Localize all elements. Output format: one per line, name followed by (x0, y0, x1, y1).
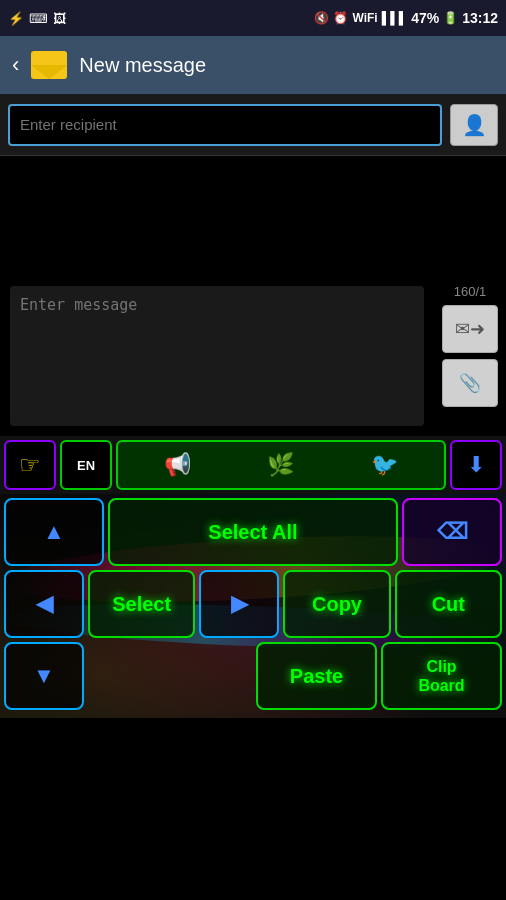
attach-button[interactable]: 📎 (442, 359, 498, 407)
keyboard-row-1: Select All (4, 498, 502, 566)
send-button[interactable]: ✉➜ (442, 305, 498, 353)
backspace-key[interactable] (402, 498, 502, 566)
mute-icon: 🔇 (314, 11, 329, 25)
copy-label: Copy (312, 593, 362, 616)
wifi-icon: WiFi (352, 11, 377, 25)
battery-icon: 🔋 (443, 11, 458, 25)
leaf-icon[interactable]: 🌿 (267, 452, 294, 478)
recipient-area: 👤 (0, 94, 506, 156)
arrow-left-icon (36, 591, 53, 617)
usb-icon: ⚡ (8, 11, 24, 26)
keyboard-row-2: Select Copy Cut (4, 570, 502, 638)
app-header: ‹ New message (0, 36, 506, 94)
message-input-wrap (0, 276, 434, 436)
status-right-info: 🔇 ⏰ WiFi ▌▌▌ 47% 🔋 13:12 (314, 10, 498, 26)
person-icon: 👤 (462, 113, 487, 137)
compose-right-panel: 160/1 ✉➜ 📎 (434, 276, 506, 436)
keyboard-icon: ⌨ (29, 11, 48, 26)
status-bar: ⚡ ⌨ 🖼 🔇 ⏰ WiFi ▌▌▌ 47% 🔋 13:12 (0, 0, 506, 36)
keyboard-row-3: Paste ClipBoard (4, 642, 502, 710)
keyboard-hide-button[interactable]: ⬇ (450, 440, 502, 490)
recipient-input[interactable] (8, 104, 442, 146)
arrow-down-icon (33, 663, 55, 689)
message-input[interactable] (10, 286, 424, 426)
battery-percent: 47% (411, 10, 439, 26)
send-icon: ✉➜ (455, 318, 485, 340)
select-all-label: Select All (208, 521, 297, 544)
cut-key[interactable]: Cut (395, 570, 502, 638)
megaphone-icon[interactable]: 📢 (164, 452, 191, 478)
arrow-right-icon (231, 591, 248, 617)
gesture-icon: ☞ (19, 451, 41, 479)
language-button[interactable]: EN (60, 440, 112, 490)
backspace-icon (437, 519, 468, 545)
contact-picker-button[interactable]: 👤 (450, 104, 498, 146)
arrow-down-key[interactable] (4, 642, 84, 710)
select-key[interactable]: Select (88, 570, 195, 638)
keyboard-toolbar: ☞ EN 📢 🌿 🐦 ⬇ (0, 436, 506, 494)
clipboard-key[interactable]: ClipBoard (381, 642, 502, 710)
gesture-mode-button[interactable]: ☞ (4, 440, 56, 490)
char-count: 160/1 (454, 284, 487, 299)
paste-key[interactable]: Paste (256, 642, 377, 710)
status-left-icons: ⚡ ⌨ 🖼 (8, 11, 66, 26)
clipboard-label: ClipBoard (418, 657, 464, 695)
conversation-area (0, 156, 506, 276)
bird-icon[interactable]: 🐦 (371, 452, 398, 478)
back-button[interactable]: ‹ (12, 52, 19, 78)
arrow-right-key[interactable] (199, 570, 279, 638)
compose-area: 160/1 ✉➜ 📎 (0, 276, 506, 436)
arrow-up-key[interactable] (4, 498, 104, 566)
paste-label: Paste (290, 665, 343, 688)
arrow-left-key[interactable] (4, 570, 84, 638)
empty-key-2 (172, 642, 252, 710)
signal-icon: ▌▌▌ (382, 11, 408, 25)
keyboard-down-icon: ⬇ (467, 452, 485, 478)
extra-icons-bar: 📢 🌿 🐦 (116, 440, 446, 490)
arrow-up-icon (43, 519, 65, 545)
keyboard-grid: Select All Select Copy Cut Paste (0, 494, 506, 718)
cut-label: Cut (432, 593, 465, 616)
copy-key[interactable]: Copy (283, 570, 390, 638)
empty-key (88, 642, 168, 710)
app-icon (31, 51, 67, 79)
paperclip-icon: 📎 (459, 372, 481, 394)
alarm-icon: ⏰ (333, 11, 348, 25)
select-all-key[interactable]: Select All (108, 498, 398, 566)
select-label: Select (112, 593, 171, 616)
header-title: New message (79, 54, 494, 77)
image-icon: 🖼 (53, 11, 66, 26)
time-display: 13:12 (462, 10, 498, 26)
language-label: EN (77, 458, 95, 473)
